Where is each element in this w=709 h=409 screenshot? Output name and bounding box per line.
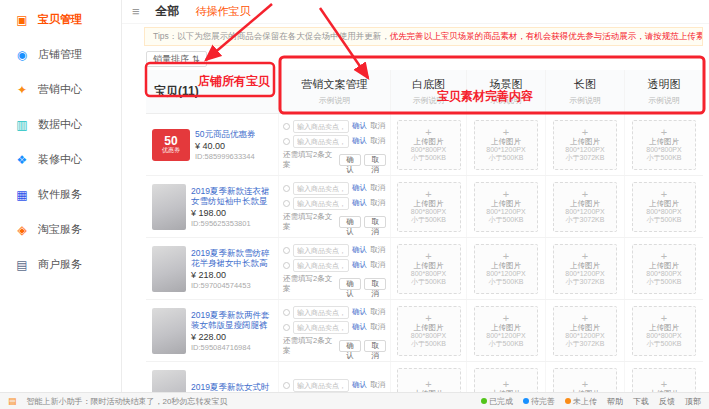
header-example-link[interactable]: 示例说明 [319, 95, 351, 106]
upload-box[interactable]: + 上传图片 800*800PX 小于500KB [397, 306, 461, 356]
sidebar-item-item-manage[interactable]: ▣ 宝贝管理 [0, 2, 121, 37]
sidebar-item-merchant-service[interactable]: ▤ 商户服务 [0, 247, 121, 282]
product-photo[interactable] [152, 308, 186, 354]
sidebar-item-software[interactable]: ▦ 软件服务 [0, 177, 121, 212]
checkbox-icon[interactable] [283, 200, 290, 207]
product-title-link[interactable]: 2019夏季新款女式时尚运动连衣裙 [191, 382, 274, 393]
selling-point-input[interactable] [293, 259, 349, 272]
footer-link-top[interactable]: 顶部 [685, 396, 701, 407]
tips-highlight: 优先完善以上宝贝场景的商品素材，有机会获得优先参与活动展示，请按规范上传素材 [390, 31, 703, 43]
upload-box[interactable]: + 上传图片 800*1200PX 小于3072KB [553, 244, 617, 294]
header-example-link[interactable]: 示例说明 [490, 95, 522, 106]
upload-box[interactable]: + 上传图片 800*800PX 小于500KB [632, 306, 696, 356]
upload-box[interactable]: + 上传图片 800*1200PX 小于500KB [474, 306, 538, 356]
footer-badge-done[interactable]: 已完成 [481, 396, 513, 407]
upload-box[interactable]: + 上传图片 800*1200PX 小于500KB [474, 244, 538, 294]
selling-point-input[interactable] [293, 321, 349, 334]
upload-box[interactable]: + 上传图片 800*800PX 小于500KB [397, 120, 461, 170]
footer-badge-missing[interactable]: 未上传 [565, 396, 597, 407]
sidebar-item-marketing[interactable]: ✦ 营销中心 [0, 72, 121, 107]
upload-box[interactable]: + 上传图片 800*1200PX [553, 368, 617, 393]
header-example-link[interactable]: 示例说明 [648, 95, 680, 106]
sidebar-item-taobao-service[interactable]: ◈ 淘宝服务 [0, 212, 121, 247]
cancel-link[interactable]: 取消 [370, 245, 385, 255]
cancel-button[interactable]: 取消 [364, 216, 386, 228]
sidebar-item-decorate[interactable]: ❖ 装修中心 [0, 142, 121, 177]
product-title-link[interactable]: 2019夏季新款雪纺碎花半身裙女中长款高腰网纱 [191, 248, 274, 268]
upload-box[interactable]: + 上传图片 800*1200PX [474, 368, 538, 393]
confirm-link[interactable]: 确认 [352, 322, 367, 332]
upload-box[interactable]: + 上传图片 800*800PX 小于500KB [397, 244, 461, 294]
cancel-link[interactable]: 取消 [370, 136, 385, 146]
confirm-link[interactable]: 确认 [352, 380, 367, 390]
selling-point-input[interactable] [293, 379, 349, 392]
upload-box[interactable]: + 上传图片 800*800PX 小于500KB [632, 182, 696, 232]
upload-box[interactable]: + 上传图片 800*800PX [397, 368, 461, 393]
upload-box[interactable]: + 上传图片 800*1200PX 小于3072KB [553, 120, 617, 170]
upload-cell-long: + 上传图片 800*1200PX 小于3072KB [545, 114, 624, 175]
tab-all[interactable]: 全部 [156, 3, 180, 20]
confirm-button[interactable]: 确认 [339, 216, 361, 228]
checkbox-icon[interactable] [283, 185, 290, 192]
cancel-link[interactable]: 取消 [370, 198, 385, 208]
confirm-link[interactable]: 确认 [352, 121, 367, 131]
tab-pending[interactable]: 待操作宝贝 [196, 4, 251, 19]
cancel-link[interactable]: 取消 [370, 121, 385, 131]
confirm-button[interactable]: 确认 [339, 340, 361, 352]
checkbox-icon[interactable] [283, 138, 290, 145]
confirm-link[interactable]: 确认 [352, 198, 367, 208]
upload-box[interactable]: + 上传图片 800*1200PX 小于3072KB [553, 306, 617, 356]
upload-box[interactable]: + 上传图片 800*800PX 小于500KB [397, 182, 461, 232]
cancel-button[interactable]: 取消 [364, 154, 386, 166]
confirm-link[interactable]: 确认 [352, 183, 367, 193]
selling-point-input[interactable] [293, 120, 349, 133]
confirm-button[interactable]: 确认 [339, 154, 361, 166]
footer-link-download[interactable]: 下载 [633, 396, 649, 407]
cancel-button[interactable]: 取消 [364, 340, 386, 352]
product-photo[interactable] [152, 370, 186, 393]
product-photo[interactable] [152, 184, 186, 230]
selling-point-input[interactable] [293, 306, 349, 319]
confirm-link[interactable]: 确认 [352, 136, 367, 146]
upload-box[interactable]: + 上传图片 800*800PX [632, 368, 696, 393]
cancel-link[interactable]: 取消 [370, 307, 385, 317]
confirm-button[interactable]: 确认 [339, 278, 361, 290]
checkbox-icon[interactable] [283, 262, 290, 269]
cancel-button[interactable]: 取消 [364, 278, 386, 290]
sidebar-item-shop-manage[interactable]: ◉ 店铺管理 [0, 37, 121, 72]
footer-link-feedback[interactable]: 反馈 [659, 396, 675, 407]
confirm-link[interactable]: 确认 [352, 245, 367, 255]
confirm-link[interactable]: 确认 [352, 307, 367, 317]
checkbox-icon[interactable] [283, 123, 290, 130]
coupon-thumbnail[interactable]: 50 优惠券 [152, 129, 190, 161]
upload-box[interactable]: + 上传图片 800*1200PX 小于3072KB [553, 182, 617, 232]
footer-link-help[interactable]: 帮助 [607, 396, 623, 407]
upload-box[interactable]: + 上传图片 800*1200PX 小于500KB [474, 182, 538, 232]
cancel-link[interactable]: 取消 [370, 260, 385, 270]
confirm-link[interactable]: 确认 [352, 260, 367, 270]
product-title-link[interactable]: 50元商品优惠券 [195, 129, 255, 139]
header-example-link[interactable]: 示例说明 [569, 95, 601, 106]
selling-point-input[interactable] [293, 135, 349, 148]
checkbox-icon[interactable] [283, 309, 290, 316]
upload-box[interactable]: + 上传图片 800*800PX 小于500KB [632, 120, 696, 170]
product-photo[interactable] [152, 246, 186, 292]
cancel-link[interactable]: 取消 [370, 183, 385, 193]
selling-point-input[interactable] [293, 197, 349, 210]
footer-badge-pending[interactable]: 待完善 [523, 396, 555, 407]
header-example-link[interactable]: 示例说明 [413, 95, 445, 106]
selling-point-input[interactable] [293, 244, 349, 257]
product-title-link[interactable]: 2019夏季新款两件套装女韩版显瘦阔腿裤套装 [191, 310, 274, 330]
checkbox-icon[interactable] [283, 247, 290, 254]
upload-box[interactable]: + 上传图片 800*800PX 小于500KB [632, 244, 696, 294]
cancel-link[interactable]: 取消 [370, 380, 385, 390]
checkbox-icon[interactable] [283, 382, 290, 389]
checkbox-icon[interactable] [283, 324, 290, 331]
sidebar-item-data-center[interactable]: ▥ 数据中心 [0, 107, 121, 142]
selling-point-input[interactable] [293, 182, 349, 195]
product-title-link[interactable]: 2019夏季新款连衣裙女雪纺短袖中长款显瘦裙子 [191, 186, 274, 206]
collapse-menu-icon[interactable]: ≡ [132, 4, 140, 19]
upload-box[interactable]: + 上传图片 800*1200PX 小于500KB [474, 120, 538, 170]
cancel-link[interactable]: 取消 [370, 322, 385, 332]
sort-button[interactable]: 销量排序 ⇅ [146, 51, 207, 67]
